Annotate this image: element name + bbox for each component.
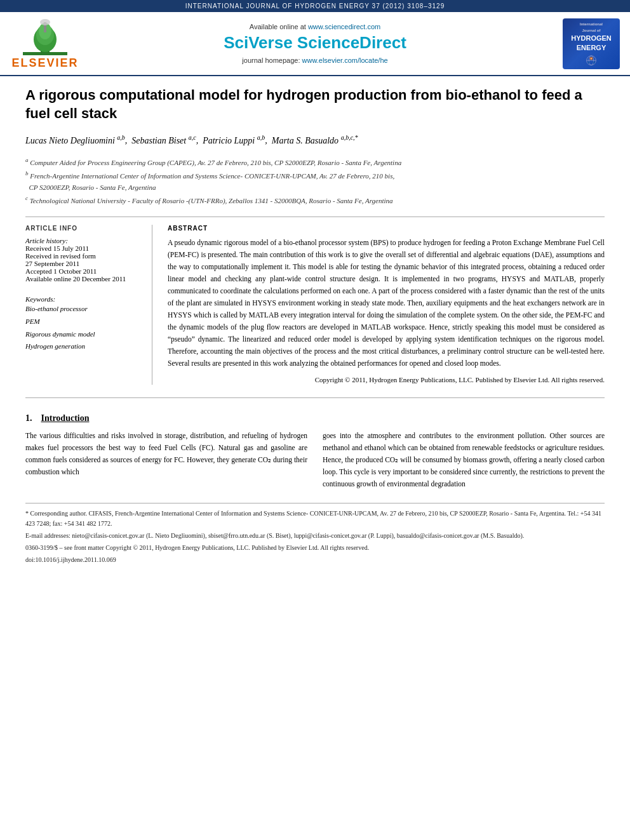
hj-journal-title: International Journal of HYDROGEN ENERGY — [571, 21, 612, 53]
svg-point-12 — [587, 62, 590, 64]
intro-two-col: The various difficulties and risks invol… — [25, 430, 605, 490]
accepted-date: Accepted 1 October 2011 — [25, 267, 142, 275]
hj-globe-icon — [582, 55, 601, 66]
received-revised-label: Received in revised form — [25, 252, 142, 260]
copyright-text: Copyright © 2011, Hydrogen Energy Public… — [168, 375, 605, 385]
intro-left-text: The various difficulties and risks invol… — [25, 430, 307, 478]
affiliation-c: c Technological National University - Fa… — [25, 194, 605, 206]
elsevier-tree-svg — [23, 17, 67, 55]
divider-1 — [25, 217, 605, 217]
intro-right-col: goes into the atmosphere and contributes… — [323, 430, 605, 490]
article-info-column: ARTICLE INFO Article history: Received 1… — [25, 225, 152, 385]
journal-homepage: journal homepage: www.elsevier.com/locat… — [80, 57, 550, 64]
article-info-title: ARTICLE INFO — [25, 225, 142, 232]
article-content: A rigorous computational model for hydro… — [0, 76, 630, 577]
elsevier-logo: ELSEVIER — [10, 17, 80, 70]
received-revised-date: 27 September 2011 — [25, 260, 142, 267]
elsevier-wordmark: ELSEVIER — [11, 57, 78, 70]
footnote-emails: E-mail addresses: nieto@cifasis-conicet.… — [25, 531, 605, 541]
affiliation-b: b French-Argentine International Center … — [25, 169, 605, 182]
section-1-title: Introduction — [41, 413, 90, 423]
keyword-1: Bio-ethanol processor — [25, 303, 142, 316]
footnote-issn: 0360-3199/$ – see front matter Copyright… — [25, 543, 605, 553]
svg-point-13 — [593, 62, 595, 64]
section-1-heading: 1. Introduction — [25, 413, 605, 423]
divider-2 — [25, 397, 605, 398]
section-1-number: 1. — [25, 413, 32, 423]
authors-line: Lucas Nieto Degliuomini a,b, Sebastian B… — [25, 133, 605, 148]
svg-point-11 — [591, 58, 592, 59]
affiliation-b2: CP S2000EZP, Rosario - Santa Fe, Argenti… — [25, 182, 605, 194]
abstract-text: A pseudo dynamic rigorous model of a bio… — [168, 237, 605, 370]
journal-homepage-url[interactable]: www.elsevier.com/locate/he — [302, 57, 388, 64]
banner-area: ELSEVIER Available online at www.science… — [0, 12, 630, 76]
affiliations: a Computer Aided for Process Engineering… — [25, 156, 605, 206]
keywords-label: Keywords: — [25, 295, 142, 303]
sciencedirect-url[interactable]: www.sciencedirect.com — [308, 23, 380, 30]
journal-header-bar: INTERNATIONAL JOURNAL OF HYDROGEN ENERGY… — [0, 0, 630, 12]
footnote-doi: doi:10.1016/j.ijhydene.2011.10.069 — [25, 555, 605, 565]
article-history-label: Article history: — [25, 237, 142, 244]
sciverse-text: SciVerse ScienceDirect — [224, 33, 406, 52]
received-date: Received 15 July 2011 — [25, 244, 142, 252]
article-body: ARTICLE INFO Article history: Received 1… — [25, 225, 605, 385]
available-online-date: Available online 20 December 2011 — [25, 275, 142, 283]
svg-point-5 — [40, 19, 50, 25]
available-online-text: Available online at www.sciencedirect.co… — [80, 23, 550, 30]
article-title: A rigorous computational model for hydro… — [25, 86, 605, 123]
hydrogen-journal-logo: International Journal of HYDROGEN ENERGY — [550, 18, 620, 69]
footnotes-area: * Corresponding author. CIFASIS, French-… — [25, 503, 605, 565]
abstract-column: ABSTRACT A pseudo dynamic rigorous model… — [168, 225, 605, 385]
intro-left-col: The various difficulties and risks invol… — [25, 430, 307, 490]
hj-journal-box: International Journal of HYDROGEN ENERGY — [563, 18, 620, 69]
introduction-section: 1. Introduction The various difficulties… — [25, 413, 605, 490]
svg-rect-6 — [23, 52, 67, 55]
keyword-4: Hydrogen generation — [25, 340, 142, 353]
sciverse-logo: SciVerse ScienceDirect — [224, 33, 406, 53]
keywords-section: Keywords: Bio-ethanol processor PEM Rigo… — [25, 295, 142, 353]
journal-header-text: INTERNATIONAL JOURNAL OF HYDROGEN ENERGY… — [185, 3, 445, 10]
keyword-2: PEM — [25, 316, 142, 328]
affiliation-a: a Computer Aided for Process Engineering… — [25, 156, 605, 168]
intro-right-text: goes into the atmosphere and contributes… — [323, 430, 605, 490]
keyword-3: Rigorous dynamic model — [25, 328, 142, 341]
banner-center: Available online at www.sciencedirect.co… — [80, 23, 550, 64]
footnote-corresponding-author: * Corresponding author. CIFASIS, French-… — [25, 509, 605, 529]
abstract-title: ABSTRACT — [168, 225, 605, 232]
